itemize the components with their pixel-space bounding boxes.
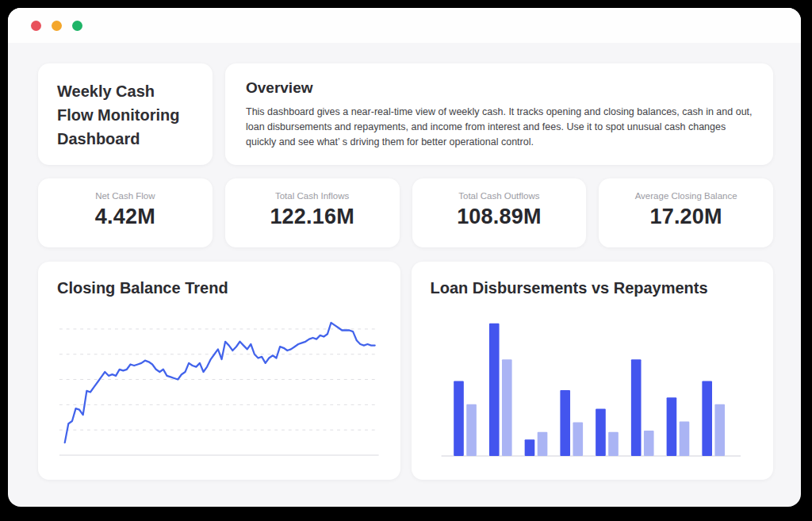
loan-disbursements-bar-chart (431, 310, 755, 462)
page-title: Weekly Cash Flow Monitoring Dashboard (57, 79, 193, 151)
kpi-value: 4.42M (44, 205, 206, 229)
app-window: Weekly Cash Flow Monitoring Dashboard Ov… (8, 8, 801, 507)
kpi-card-net-cash-flow: Net Cash Flow 4.42M (38, 178, 213, 247)
closing-balance-line-chart (57, 310, 381, 462)
window-titlebar (8, 8, 801, 43)
kpi-label: Net Cash Flow (44, 191, 206, 201)
dashboard-content: Weekly Cash Flow Monitoring Dashboard Ov… (8, 43, 801, 480)
chart-title: Closing Balance Trend (57, 279, 381, 297)
chart-title: Loan Disbursements vs Repayments (431, 279, 755, 297)
kpi-value: 17.20M (605, 205, 767, 229)
overview-title: Overview (246, 79, 753, 97)
overview-description: This dashboard gives a near-real-time vi… (246, 105, 753, 150)
loan-disbursements-vs-repayments-card: Loan Disbursements vs Repayments (412, 262, 774, 480)
overview-card: Overview This dashboard gives a near-rea… (225, 63, 773, 165)
kpi-value: 122.16M (232, 205, 393, 229)
kpi-value: 108.89M (419, 205, 580, 229)
kpi-card-total-cash-inflows: Total Cash Inflows 122.16M (225, 178, 400, 247)
kpi-label: Total Cash Outflows (419, 191, 580, 201)
window-close-button[interactable] (31, 21, 41, 31)
closing-balance-trend-card: Closing Balance Trend (38, 262, 400, 480)
dashboard-title-card: Weekly Cash Flow Monitoring Dashboard (38, 63, 213, 165)
kpi-card-average-closing-balance: Average Closing Balance 17.20M (599, 178, 773, 247)
window-zoom-button[interactable] (72, 21, 82, 31)
window-minimize-button[interactable] (52, 21, 62, 31)
kpi-label: Total Cash Inflows (232, 191, 393, 201)
kpi-label: Average Closing Balance (605, 191, 767, 201)
kpi-card-total-cash-outflows: Total Cash Outflows 108.89M (412, 178, 587, 247)
